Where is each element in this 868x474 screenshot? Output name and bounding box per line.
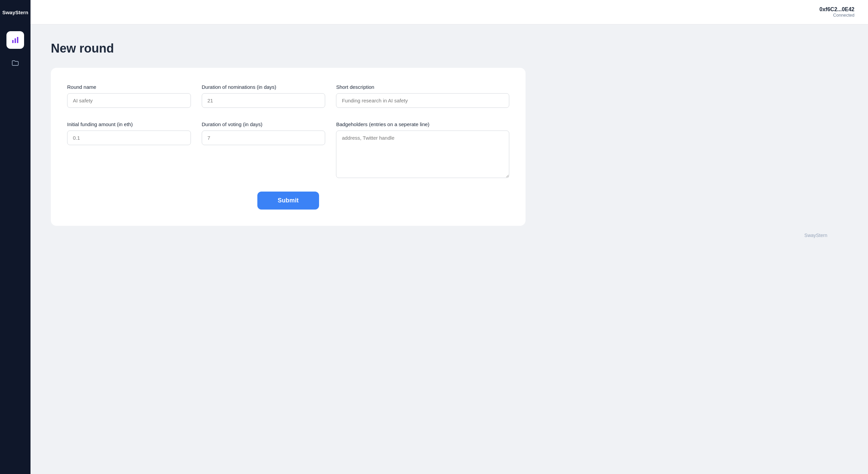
initial-funding-label: Initial funding amount (in eth) xyxy=(67,121,191,127)
wallet-status: Connected xyxy=(820,13,854,18)
form-group-round-name: Round name xyxy=(67,84,191,108)
chart-icon xyxy=(11,36,19,44)
duration-nominations-label: Duration of nominations (in days) xyxy=(202,84,326,90)
round-name-label: Round name xyxy=(67,84,191,90)
svg-rect-1 xyxy=(15,38,16,43)
svg-rect-2 xyxy=(17,37,18,43)
round-name-input[interactable] xyxy=(67,93,191,108)
sidebar: SwayStern xyxy=(0,0,31,474)
form-grid: Round name Duration of nominations (in d… xyxy=(67,84,509,178)
form-group-short-description: Short description xyxy=(336,84,509,108)
footer: SwayStern xyxy=(51,226,848,245)
form-group-badgeholders: Badgeholders (entries on a seperate line… xyxy=(336,121,509,178)
page-title: New round xyxy=(51,41,848,56)
wallet-info: 0xf6C2...0E42 Connected xyxy=(820,6,854,18)
form-card: Round name Duration of nominations (in d… xyxy=(51,68,526,226)
sidebar-navigation xyxy=(0,24,31,79)
submit-button[interactable]: Submit xyxy=(257,192,319,210)
short-description-label: Short description xyxy=(336,84,509,90)
sidebar-item-files[interactable] xyxy=(6,54,24,72)
svg-rect-0 xyxy=(12,40,14,43)
duration-voting-label: Duration of voting (in days) xyxy=(202,121,326,127)
folder-icon xyxy=(11,59,19,67)
short-description-input[interactable] xyxy=(336,93,509,108)
wallet-address: 0xf6C2...0E42 xyxy=(820,6,854,13)
header: 0xf6C2...0E42 Connected xyxy=(31,0,868,24)
duration-nominations-input[interactable] xyxy=(202,93,326,108)
main-content: New round Round name Duration of nominat… xyxy=(31,24,868,474)
footer-text: SwayStern xyxy=(804,233,827,238)
sidebar-logo: SwayStern xyxy=(0,0,31,24)
badgeholders-label: Badgeholders (entries on a seperate line… xyxy=(336,121,509,127)
form-group-initial-funding: Initial funding amount (in eth) xyxy=(67,121,191,178)
submit-container: Submit xyxy=(67,192,509,210)
sidebar-item-dashboard[interactable] xyxy=(6,31,24,49)
form-group-duration-voting: Duration of voting (in days) xyxy=(202,121,326,178)
form-group-duration-nominations: Duration of nominations (in days) xyxy=(202,84,326,108)
duration-voting-input[interactable] xyxy=(202,131,326,145)
initial-funding-input[interactable] xyxy=(67,131,191,145)
sidebar-logo-text: SwayStern xyxy=(2,9,28,15)
badgeholders-textarea[interactable] xyxy=(336,131,509,178)
